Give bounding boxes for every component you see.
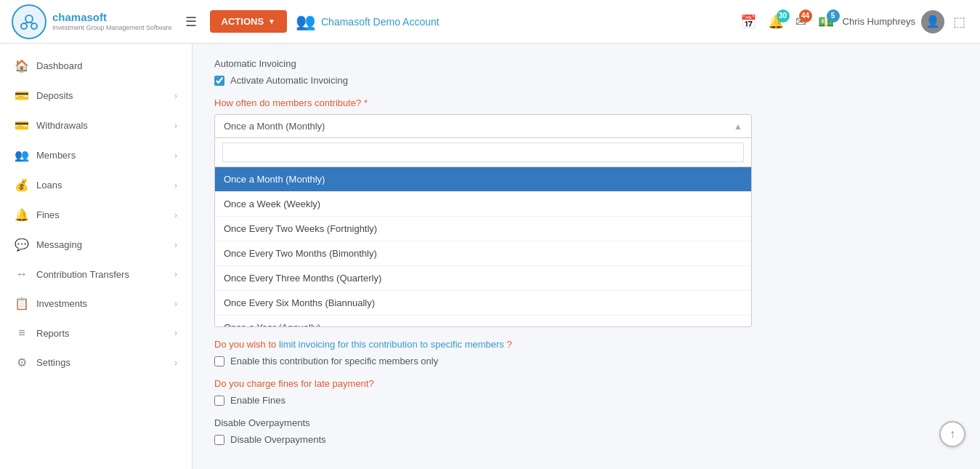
reports-icon: ≡: [15, 326, 29, 340]
enable-fines-label: Enable Fines: [230, 395, 286, 406]
account-icon: 👥: [296, 12, 315, 31]
chevron-right-icon: ›: [174, 328, 177, 338]
logout-icon: ⬚: [953, 15, 965, 29]
option-biannually[interactable]: Once Every Six Months (Biannually): [215, 291, 751, 316]
main-content: Automatic Invoicing Activate Automatic I…: [193, 44, 980, 469]
sidebar-item-messaging[interactable]: 💬 Messaging ›: [0, 230, 192, 260]
overpay-checkbox-row: Disable Overpayments: [214, 434, 958, 445]
bell-button[interactable]: 🔔 30: [768, 14, 784, 30]
messaging-icon: 💬: [15, 238, 29, 252]
sidebar-item-reports[interactable]: ≡ Reports ›: [0, 318, 192, 348]
chevron-right-icon: ›: [174, 91, 177, 101]
scroll-up-button[interactable]: ↑: [939, 421, 965, 447]
frequency-dropdown[interactable]: Once a Month (Monthly) ▲ Once a Month (M…: [214, 114, 752, 327]
sidebar-item-members[interactable]: 👥 Members ›: [0, 140, 192, 170]
withdrawals-icon: 💳: [15, 119, 29, 132]
sidebar-item-label: Contribution Transfers: [36, 269, 129, 280]
svg-line-3: [24, 23, 29, 23]
money-badge: 5: [827, 9, 840, 23]
money-button[interactable]: 💵 5: [818, 14, 834, 30]
option-bimonthly[interactable]: Once Every Two Months (Bimonthly): [215, 241, 751, 266]
limit-contribution-checkbox[interactable]: [214, 356, 224, 366]
topnav: chamasoft Investment Group Management So…: [0, 0, 980, 44]
bell-badge: 30: [777, 9, 790, 23]
chevron-right-icon: ›: [174, 358, 177, 368]
avatar: 👤: [921, 10, 944, 33]
limit-link[interactable]: limit invoicing for this contribution to…: [279, 339, 504, 350]
fines-icon: 🔔: [15, 208, 29, 222]
automatic-invoicing-section: Automatic Invoicing Activate Automatic I…: [214, 58, 958, 86]
sidebar-item-deposits[interactable]: 💳 Deposits ›: [0, 81, 192, 111]
svg-point-2: [31, 23, 37, 29]
sidebar: 🏠 Dashboard 💳 Deposits › 💳 Withdrawals ›…: [0, 44, 193, 469]
sidebar-item-investments[interactable]: 📋 Investments ›: [0, 289, 192, 318]
sidebar-item-label: Fines: [36, 209, 60, 220]
dropdown-selected[interactable]: Once a Month (Monthly) ▲: [214, 114, 752, 138]
dropdown-options-list: Once a Month (Monthly) Once a Week (Week…: [214, 167, 752, 327]
sidebar-item-label: Dashboard: [36, 60, 83, 71]
dropdown-search-input[interactable]: [222, 143, 744, 162]
chevron-up-icon: ▲: [734, 121, 742, 132]
frequency-question-label: How often do members contribute? *: [214, 97, 958, 108]
logout-button[interactable]: ⬚: [950, 11, 968, 33]
limit-section: Do you wish to limit invoicing for this …: [214, 339, 958, 366]
sidebar-item-fines[interactable]: 🔔 Fines ›: [0, 200, 192, 230]
disable-overpayments-label: Disable Overpayments: [230, 434, 326, 445]
chevron-right-icon: ›: [174, 299, 177, 309]
logo-area: chamasoft Investment Group Management So…: [12, 4, 172, 39]
option-monthly[interactable]: Once a Month (Monthly): [215, 167, 751, 192]
limit-question-label: Do you wish to limit invoicing for this …: [214, 339, 958, 350]
sidebar-item-settings[interactable]: ⚙ Settings ›: [0, 348, 192, 377]
mail-button[interactable]: ✉ 44: [795, 14, 806, 30]
chevron-right-icon: ›: [174, 269, 177, 279]
fines-checkbox-row: Enable Fines: [214, 395, 958, 406]
deposits-icon: 💳: [15, 89, 29, 103]
option-annually[interactable]: Once a Year (Annually): [215, 316, 751, 327]
members-icon: 👥: [15, 148, 29, 162]
chevron-right-icon: ›: [174, 121, 177, 131]
layout: 🏠 Dashboard 💳 Deposits › 💳 Withdrawals ›…: [0, 44, 980, 469]
sidebar-item-loans[interactable]: 💰 Loans ›: [0, 170, 192, 200]
disable-overpayments-checkbox[interactable]: [214, 435, 224, 445]
loans-icon: 💰: [15, 178, 29, 192]
activate-invoicing-checkbox[interactable]: [214, 76, 224, 86]
sidebar-item-withdrawals[interactable]: 💳 Withdrawals ›: [0, 111, 192, 140]
enable-fines-checkbox[interactable]: [214, 396, 224, 406]
svg-point-0: [25, 15, 33, 23]
chevron-right-icon: ›: [174, 180, 177, 191]
sidebar-item-label: Reports: [36, 328, 70, 339]
home-icon: 🏠: [15, 59, 29, 73]
fines-section: Do you charge fines for late payment? En…: [214, 378, 958, 406]
selected-option-text: Once a Month (Monthly): [224, 121, 325, 132]
logo-text: chamasoft: [52, 12, 172, 24]
arrow-up-icon: ↑: [949, 428, 955, 441]
option-fortnightly[interactable]: Once Every Two Weeks (Fortnightly): [215, 217, 751, 241]
account-name: Chamasoft Demo Account: [321, 16, 440, 28]
calendar-button[interactable]: 📅: [740, 14, 756, 30]
sidebar-item-label: Investments: [36, 298, 87, 309]
hamburger-button[interactable]: ☰: [181, 9, 201, 34]
sidebar-item-label: Withdrawals: [36, 120, 88, 131]
limit-checkbox-row: Enable this contribution for specific me…: [214, 356, 958, 366]
chevron-down-icon: ▼: [268, 17, 275, 25]
automatic-invoicing-label: Automatic Invoicing: [214, 58, 958, 69]
frequency-section: How often do members contribute? * Once …: [214, 97, 958, 327]
actions-button[interactable]: ACTIONS ▼: [210, 10, 287, 33]
chevron-right-icon: ›: [174, 240, 177, 250]
overpay-label: Disable Overpayments: [214, 417, 958, 428]
option-weekly[interactable]: Once a Week (Weekly): [215, 192, 751, 217]
chevron-right-icon: ›: [174, 210, 177, 220]
account-area: 👥 Chamasoft Demo Account: [296, 12, 440, 31]
sidebar-item-contribution-transfers[interactable]: ↔ Contribution Transfers ›: [0, 260, 192, 289]
sidebar-item-dashboard[interactable]: 🏠 Dashboard: [0, 51, 192, 81]
chevron-right-icon: ›: [174, 151, 177, 161]
logo-sub: Investment Group Management Software: [52, 24, 172, 31]
dropdown-search-area: [214, 138, 752, 167]
investments-icon: 📋: [15, 297, 29, 310]
svg-line-4: [29, 23, 34, 23]
option-quarterly[interactable]: Once Every Three Months (Quarterly): [215, 266, 751, 291]
logo-icon: [12, 4, 46, 39]
activate-checkbox-row: Activate Automatic Invoicing: [214, 75, 958, 86]
limit-contribution-label: Enable this contribution for specific me…: [230, 356, 438, 366]
sidebar-item-label: Loans: [36, 180, 62, 191]
